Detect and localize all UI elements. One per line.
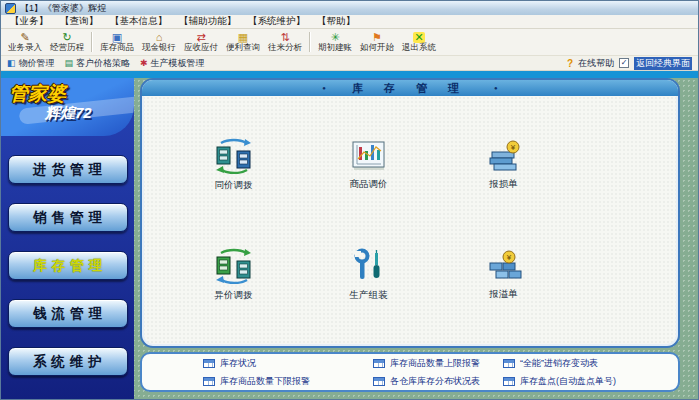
- toolbar-initial-setup[interactable]: ✳ 期初建账: [314, 30, 356, 54]
- bank-icon: ⌂: [156, 32, 163, 43]
- titlebar[interactable]: 【1】《管家婆》辉煌: [1, 1, 698, 15]
- toolbar-customer-price-policy[interactable]: ▤ 客户价格策略: [65, 57, 131, 70]
- toolbar-separator: [91, 32, 93, 52]
- function-same-price-transfer[interactable]: 同价调拨: [213, 138, 255, 192]
- history-cycle-icon: ↻: [62, 32, 71, 43]
- overflow-report-icon: ¥: [484, 249, 524, 283]
- toolbar-label: 业务录入: [8, 43, 42, 53]
- toolbar-label: 如何开始: [360, 43, 394, 53]
- customer-price-policy-icon: ▤: [65, 58, 74, 68]
- menu-business[interactable]: 【业务】: [4, 15, 54, 28]
- app-logo: 管家婆 辉煌72: [1, 78, 134, 136]
- link-label: 库存商品数量上限报警: [390, 357, 480, 370]
- toolbar-stock-goods[interactable]: ▣ 库存商品: [96, 30, 138, 54]
- toolbar-label: 生产模板管理: [151, 57, 205, 70]
- getting-started-icon: ⚑: [372, 32, 382, 43]
- classic-ui-checkbox[interactable]: ✓: [619, 58, 629, 68]
- toolbar-label: 客户价格策略: [76, 57, 130, 70]
- function-label: 报损单: [489, 178, 518, 191]
- online-help-link[interactable]: 在线帮助: [578, 57, 614, 70]
- menu-aux-functions[interactable]: 【辅助功能】: [173, 15, 242, 28]
- toolbar-label: 便利查询: [226, 43, 260, 53]
- secondary-toolbar: ◧ 物价管理 ▤ 客户价格策略 ✱ 生产模板管理 ? 在线帮助 ✓ 返回经典界面: [1, 56, 698, 71]
- toolbar-label: 退出系统: [402, 43, 436, 53]
- panel-header: ● 库 存 管 理 ●: [142, 80, 678, 96]
- quick-query-icon: ▦: [238, 32, 248, 43]
- link-label: 各仓库库存分布状况表: [390, 375, 480, 388]
- function-goods-price-adjust[interactable]: 商品调价: [349, 139, 389, 191]
- toolbar-exit-system[interactable]: ✕ 退出系统: [398, 30, 440, 54]
- link-upper-limit-alarm[interactable]: 库存商品数量上限报警: [373, 357, 503, 370]
- menu-help[interactable]: 【帮助】: [311, 15, 361, 28]
- sidebar-item-inventory[interactable]: 库存管理: [8, 251, 128, 280]
- toolbar-business-entry[interactable]: ✎ 业务录入: [4, 30, 46, 54]
- toolbar-label: 库存商品: [100, 43, 134, 53]
- header-bullet-left: ●: [322, 85, 326, 91]
- toolbar-label: 往来分析: [268, 43, 302, 53]
- menu-system-maintenance[interactable]: 【系统维护】: [242, 15, 311, 28]
- link-warehouse-distribution[interactable]: 各仓库库存分布状况表: [373, 375, 503, 388]
- production-template-icon: ✱: [140, 58, 148, 68]
- toolbar-price-management[interactable]: ◧ 物价管理: [7, 57, 55, 70]
- link-label: “全能”进销存变动表: [520, 357, 598, 370]
- sidebar-item-system[interactable]: 系统维护: [8, 347, 128, 376]
- contacts-analysis-icon: ⇅: [280, 32, 289, 43]
- menu-basic-info[interactable]: 【基本信息】: [104, 15, 173, 28]
- toolbar-history[interactable]: ↻ 经营历程: [46, 30, 88, 54]
- help-icon: ?: [567, 58, 573, 69]
- main-toolbar: ✎ 业务录入 ↻ 经营历程 ▣ 库存商品 ⌂ 现金银行 ⇄ 应收应付 ▦ 便利查…: [1, 29, 698, 56]
- panel-title: 库 存 管 理: [352, 81, 468, 96]
- table-icon: [373, 359, 385, 368]
- toolbar-quick-query[interactable]: ▦ 便利查询: [222, 30, 264, 54]
- function-production-assembly[interactable]: 生产组装: [350, 248, 388, 302]
- table-icon: [203, 377, 215, 386]
- sidebar: 管家婆 辉煌72 进货管理 销售管理 库存管理 钱流管理 系统维护: [1, 78, 134, 399]
- link-lower-limit-alarm[interactable]: 库存商品数量下限报警: [203, 375, 373, 388]
- sidebar-item-cashflow[interactable]: 钱流管理: [8, 299, 128, 328]
- function-label: 报溢单: [489, 288, 518, 301]
- table-icon: [203, 359, 215, 368]
- inventory-panel: ● 库 存 管 理 ●: [140, 78, 680, 348]
- menu-query[interactable]: 【查询】: [54, 15, 104, 28]
- function-loss-report[interactable]: ¥ 报损单: [484, 139, 524, 191]
- initial-setup-icon: ✳: [330, 32, 339, 43]
- goods-boxes-icon: ▣: [112, 32, 122, 43]
- link-stock-status[interactable]: 库存状况: [203, 357, 373, 370]
- payables-receivables-icon: ⇄: [196, 32, 205, 43]
- function-label: 商品调价: [350, 178, 388, 191]
- exit-system-icon: ✕: [413, 32, 424, 43]
- report-links-panel: 库存状况 库存商品数量上限报警 “全能”进销存变动表 库存商品数量下限报警 各仓…: [140, 352, 680, 392]
- business-entry-icon: ✎: [20, 32, 29, 43]
- content-area: ● 库 存 管 理 ●: [134, 78, 698, 399]
- toolbar-label: 应收应付: [184, 43, 218, 53]
- toolbar-cash-bank[interactable]: ⌂ 现金银行: [138, 30, 180, 54]
- toolbar-contacts-analysis[interactable]: ⇅ 往来分析: [264, 30, 306, 54]
- table-icon: [503, 359, 515, 368]
- link-almighty-change-report[interactable]: “全能”进销存变动表: [503, 357, 670, 370]
- app-icon: [5, 3, 16, 14]
- loss-report-icon: ¥: [484, 139, 524, 173]
- toolbar-separator: [309, 32, 311, 52]
- function-label: 生产组装: [350, 289, 388, 302]
- app-window: 【1】《管家婆》辉煌 【业务】 【查询】 【基本信息】 【辅助功能】 【系统维护…: [0, 0, 699, 400]
- function-diff-price-transfer[interactable]: 异价调拨: [213, 248, 255, 302]
- toolbar-label: 物价管理: [19, 57, 55, 70]
- link-stocktaking[interactable]: 库存盘点(自动盘点单号): [503, 375, 670, 388]
- sidebar-item-sales[interactable]: 销售管理: [8, 203, 128, 232]
- classic-ui-label[interactable]: 返回经典界面: [634, 57, 692, 70]
- link-label: 库存商品数量下限报警: [220, 375, 310, 388]
- table-icon: [503, 377, 515, 386]
- toolbar-getting-started[interactable]: ⚑ 如何开始: [356, 30, 398, 54]
- logo-edition-text: 辉煌72: [45, 104, 92, 123]
- table-icon: [373, 377, 385, 386]
- window-title: 【1】《管家婆》辉煌: [20, 2, 106, 15]
- header-bullet-right: ●: [494, 85, 498, 91]
- toolbar-production-template[interactable]: ✱ 生产模板管理: [140, 57, 205, 70]
- toolbar-payables[interactable]: ⇄ 应收应付: [180, 30, 222, 54]
- blue-divider-bar: [1, 71, 698, 78]
- function-overflow-report[interactable]: ¥ 报溢单: [484, 249, 524, 301]
- link-label: 库存盘点(自动盘点单号): [520, 375, 616, 388]
- link-label: 库存状况: [220, 357, 256, 370]
- price-management-icon: ◧: [7, 58, 16, 68]
- sidebar-item-purchase[interactable]: 进货管理: [8, 155, 128, 184]
